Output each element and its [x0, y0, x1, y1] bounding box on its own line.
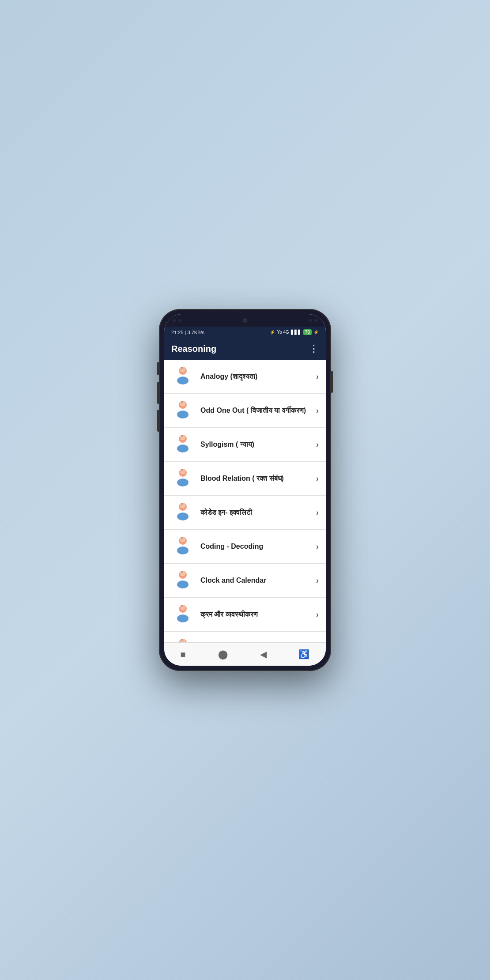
svg-text:⚙: ⚙ — [181, 536, 184, 540]
svg-point-15 — [177, 479, 188, 486]
svg-text:⚙: ⚙ — [181, 366, 184, 370]
list-item[interactable]: ⚙ Coding - Decoding › — [164, 530, 326, 564]
phone-frame: 21:25 | 3.7KB/s ⚡ Yo 4G ▋▋▋ 70 ⚡ Reasoni… — [159, 309, 331, 671]
list-item[interactable]: ⚙ Blood Relation ( रक्त संबंध) › — [164, 462, 326, 496]
chevron-icon: › — [316, 610, 319, 619]
item-icon-odd-one-out: ⚙ — [171, 399, 194, 422]
svg-text:⚙: ⚙ — [181, 502, 184, 506]
mute-button[interactable] — [157, 410, 159, 432]
item-label-clock-calendar: Clock and Calendar — [200, 577, 316, 584]
svg-text:⚙: ⚙ — [181, 434, 184, 438]
item-icon-blood-relation: ⚙ — [171, 467, 194, 490]
chevron-icon: › — [316, 372, 319, 381]
list-item[interactable]: ⚙ Clock and Calendar › — [164, 564, 326, 598]
list-item[interactable]: ⚙ क्रम और व्यवस्थीकरण › — [164, 598, 326, 632]
list-item[interactable]: ⚙ Odd One Out ( विजातीय या वर्गीकरण) › — [164, 394, 326, 428]
item-label-blood-relation: Blood Relation ( रक्त संबंध) — [200, 475, 316, 482]
svg-point-23 — [177, 547, 188, 554]
item-label-coded-inequality: कोडेड इन- इक्वलिटी — [200, 509, 316, 516]
item-icon-syllogism: ⚙ — [171, 433, 194, 456]
signal-icon: ▋▋▋ — [291, 330, 302, 335]
app-title: Reasoning — [171, 344, 216, 354]
volume-up-button[interactable] — [157, 362, 159, 375]
list-item[interactable]: ⚙ Analogy (शादृश्यता) › — [164, 360, 326, 394]
nav-back-button[interactable]: ◀ — [253, 647, 274, 661]
battery-indicator: 70 — [303, 329, 312, 335]
item-icon-coded-inequality: ⚙ — [171, 501, 194, 524]
sensor-dot-2 — [309, 319, 312, 322]
svg-text:⚙: ⚙ — [181, 400, 184, 404]
item-icon-arrangement: ⚙ — [171, 603, 194, 626]
bluetooth-icon: ⚡ — [270, 330, 275, 335]
item-icon-math-operations: ⚙ — [171, 637, 194, 642]
more-options-icon[interactable]: ⋮ — [309, 343, 319, 354]
svg-point-7 — [177, 411, 188, 418]
sensor-dot — [178, 319, 181, 322]
item-label-arrangement: क्रम और व्यवस्थीकरण — [200, 611, 316, 618]
app-toolbar: Reasoning ⋮ — [164, 338, 326, 360]
status-icons: ⚡ Yo 4G ▋▋▋ 70 ⚡ — [270, 329, 319, 335]
speaker-dot — [173, 319, 176, 322]
power-button[interactable] — [331, 371, 333, 393]
chevron-icon: › — [316, 542, 319, 551]
notch — [164, 314, 326, 327]
list-item[interactable]: ⚙ कोडेड इन- इक्वलिटी › — [164, 496, 326, 530]
svg-point-31 — [177, 614, 188, 622]
item-label-syllogism: Syllogism ( न्याय) — [200, 441, 316, 449]
flash-dot — [314, 319, 317, 322]
volume-down-button[interactable] — [157, 382, 159, 404]
item-icon-coding-decoding: ⚙ — [171, 535, 194, 558]
svg-text:⚙: ⚙ — [181, 570, 184, 574]
list-item[interactable]: ⚙ गणितीय संक्रियाएँ › — [164, 632, 326, 642]
charge-icon: ⚡ — [313, 330, 319, 335]
status-time-network: 21:25 | 3.7KB/s — [171, 330, 204, 335]
item-label-analogy: Analogy (शादृश्यता) — [200, 373, 316, 381]
list-item[interactable]: ⚙ Syllogism ( न्याय) › — [164, 428, 326, 462]
item-icon-clock-calendar: ⚙ — [171, 569, 194, 592]
bottom-navigation: ■ ⬤ ◀ ♿ — [164, 642, 326, 666]
status-bar: 21:25 | 3.7KB/s ⚡ Yo 4G ▋▋▋ 70 ⚡ — [164, 327, 326, 338]
svg-text:⚙: ⚙ — [181, 604, 184, 608]
network-label: Yo 4G — [277, 330, 289, 335]
chevron-icon: › — [316, 508, 319, 517]
chevron-icon: › — [316, 440, 319, 449]
item-label-coding-decoding: Coding - Decoding — [200, 543, 316, 550]
svg-text:⚙: ⚙ — [181, 638, 184, 642]
svg-point-11 — [177, 445, 188, 452]
nav-accessibility-button[interactable]: ♿ — [291, 647, 317, 661]
svg-text:⚙: ⚙ — [181, 468, 184, 472]
chevron-icon: › — [316, 474, 319, 483]
nav-square-button[interactable]: ■ — [173, 648, 192, 661]
svg-point-19 — [177, 513, 188, 520]
front-camera — [243, 318, 247, 323]
item-icon-analogy: ⚙ — [171, 365, 194, 388]
nav-home-button[interactable]: ⬤ — [211, 647, 235, 661]
menu-list: ⚙ Analogy (शादृश्यता) › ⚙ Odd One Out ( … — [164, 360, 326, 642]
chevron-icon: › — [316, 576, 319, 585]
item-label-odd-one-out: Odd One Out ( विजातीय या वर्गीकरण) — [200, 407, 316, 415]
svg-point-1 — [177, 377, 188, 384]
chevron-icon: › — [316, 406, 319, 415]
svg-point-27 — [177, 580, 188, 588]
phone-screen: 21:25 | 3.7KB/s ⚡ Yo 4G ▋▋▋ 70 ⚡ Reasoni… — [164, 314, 326, 666]
